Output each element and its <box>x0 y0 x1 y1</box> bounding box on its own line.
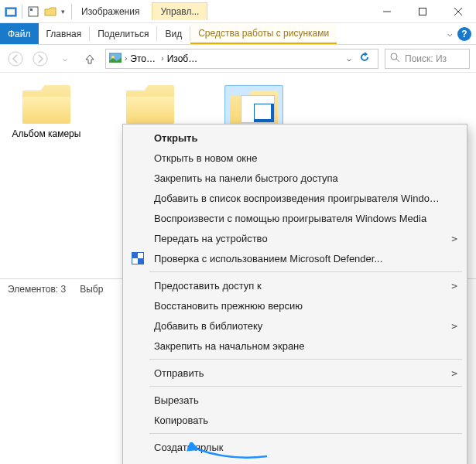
back-button[interactable] <box>6 49 25 68</box>
title-separator <box>71 4 72 19</box>
submenu-arrow-icon: > <box>451 280 457 292</box>
svg-point-8 <box>9 52 22 66</box>
svg-line-13 <box>396 59 399 62</box>
menu-open-new-window[interactable]: Открыть в новом окне <box>123 148 467 168</box>
defender-icon <box>131 251 145 265</box>
titlebar: ▾ Изображения Управл... <box>0 0 476 23</box>
new-folder-icon[interactable] <box>44 5 57 18</box>
menu-open[interactable]: Открыть <box>123 128 467 148</box>
search-icon <box>390 53 400 65</box>
tab-share[interactable]: Поделиться <box>90 23 156 44</box>
menu-restore-previous[interactable]: Восстановить прежнюю версию <box>123 295 467 316</box>
folder-icon <box>22 85 70 124</box>
menu-copy[interactable]: Копировать <box>123 410 467 430</box>
menu-separator <box>149 386 462 387</box>
context-menu: Открыть Открыть в новом окне Закрепить н… <box>122 124 467 464</box>
menu-separator <box>149 433 462 434</box>
breadcrumb-item[interactable]: Это… › <box>130 53 163 64</box>
qat-dropdown-icon[interactable]: ▾ <box>61 8 65 15</box>
qat-separator <box>22 5 22 19</box>
refresh-icon[interactable] <box>354 52 375 65</box>
submenu-arrow-icon: > <box>451 233 457 244</box>
minimize-button[interactable] <box>369 0 405 23</box>
svg-rect-5 <box>419 8 426 15</box>
submenu-arrow-icon: > <box>451 320 457 332</box>
svg-point-9 <box>33 52 47 66</box>
breadcrumb-item[interactable]: Изоб… <box>167 53 198 64</box>
menu-play-wmp[interactable]: Воспроизвести с помощью проигрывателя Wi… <box>123 208 467 228</box>
menu-pin-quick-access[interactable]: Закрепить на панели быстрого доступа <box>123 168 467 188</box>
address-dropdown-icon[interactable]: ⌵ <box>347 54 351 63</box>
up-button[interactable] <box>80 49 99 68</box>
search-placeholder: Поиск: Из <box>405 53 447 64</box>
svg-rect-3 <box>30 9 33 11</box>
menu-pin-start[interactable]: Закрепить на начальном экране <box>123 336 467 356</box>
search-input[interactable]: Поиск: Из <box>385 49 470 69</box>
tab-file[interactable]: Файл <box>0 23 39 44</box>
menu-separator <box>149 271 462 272</box>
menu-delete[interactable]: Удалить <box>123 457 467 464</box>
svg-rect-1 <box>7 9 15 15</box>
submenu-arrow-icon: > <box>451 367 457 379</box>
pictures-library-icon <box>109 52 122 65</box>
item-label: Альбом камеры <box>12 128 81 139</box>
close-button[interactable] <box>440 0 476 23</box>
ribbon-collapse-icon[interactable]: ⌵ <box>444 26 456 42</box>
quick-access-toolbar: ▾ <box>0 5 70 19</box>
menu-give-access[interactable]: Предоставить доступ к> <box>123 275 467 295</box>
window-title: Изображения <box>74 6 147 17</box>
status-selected: Выбр <box>80 284 103 295</box>
window-controls <box>369 0 476 23</box>
menu-separator <box>149 359 462 360</box>
tab-home[interactable]: Главная <box>39 23 90 44</box>
menu-add-library[interactable]: Добавить в библиотеку> <box>123 316 467 336</box>
maximize-button[interactable] <box>405 0 440 23</box>
help-icon[interactable]: ? <box>457 27 471 41</box>
menu-add-wmp-playlist[interactable]: Добавить в список воспроизведения проигр… <box>123 188 467 208</box>
menu-cast-device[interactable]: Передать на устройство> <box>123 228 467 248</box>
menu-send-to[interactable]: Отправить> <box>123 363 467 383</box>
menu-defender-scan[interactable]: Проверка с использованием Microsoft Defe… <box>123 248 467 268</box>
tab-view[interactable]: Вид <box>157 23 190 44</box>
breadcrumb-root[interactable]: › <box>125 54 127 63</box>
svg-rect-2 <box>29 7 38 16</box>
properties-icon[interactable] <box>27 5 39 18</box>
menu-cut[interactable]: Вырезать <box>123 390 467 410</box>
status-item-count: Элементов: 3 <box>8 284 66 295</box>
menu-create-shortcut[interactable]: Создать ярлык <box>123 437 467 457</box>
ribbon-tabs: Файл Главная Поделиться Вид Средства раб… <box>0 23 476 45</box>
recent-dropdown-icon[interactable]: ⌵ <box>56 49 74 68</box>
app-icon <box>5 5 17 18</box>
contextual-tab-header[interactable]: Управл... <box>152 2 207 20</box>
address-bar[interactable]: › Это… › Изоб… ⌵ <box>105 49 378 69</box>
svg-point-12 <box>391 53 397 60</box>
folder-icon <box>126 85 174 124</box>
forward-button[interactable] <box>31 49 50 68</box>
folder-item-camera-roll[interactable]: Альбом камеры <box>9 85 84 139</box>
tab-picture-tools[interactable]: Средства работы с рисунками <box>190 23 337 44</box>
navigation-bar: ⌵ › Это… › Изоб… ⌵ Поиск: Из <box>0 45 476 73</box>
